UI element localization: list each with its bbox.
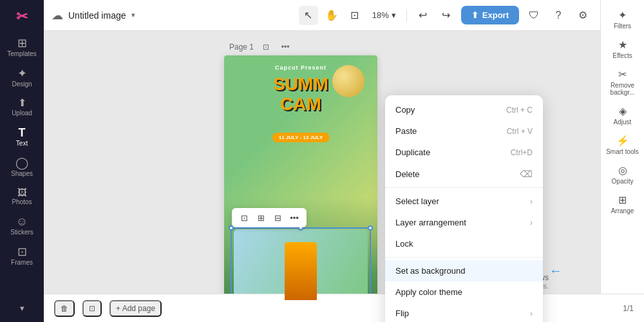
chevron-down-icon: ▾ (20, 303, 24, 313)
redo-button[interactable]: ↪ (437, 6, 456, 25)
sidebar-expand-button[interactable]: ▾ (3, 299, 41, 317)
menu-item-delete[interactable]: Delete ⌫ (385, 163, 543, 185)
menu-item-duplicate[interactable]: Duplicate Ctrl+D (385, 142, 543, 163)
topbar-left: ☁ Untitled image ▾ (52, 8, 294, 23)
menu-item-paste[interactable]: Paste Ctrl + V (385, 120, 543, 142)
text-icon: T (19, 127, 26, 138)
right-panel-remove-bg-label: Remove backgr... (606, 82, 639, 96)
right-panel-filters-label: Filters (614, 23, 631, 30)
hand-tool-button[interactable]: ✋ (322, 6, 341, 25)
context-menu: Copy Ctrl + C Paste Ctrl + V Duplicate C… (385, 95, 543, 322)
left-sidebar: ✂ ⊞ Templates ✦ Design ⬆ Upload T Text ◯… (0, 0, 44, 322)
zoom-control[interactable]: 18% ▾ (368, 8, 400, 23)
right-panel-opacity[interactable]: ◎ Opacity (603, 160, 642, 189)
help-button[interactable]: ? (549, 6, 568, 25)
select-tool-button[interactable]: ↖ (299, 6, 318, 25)
menu-item-select-layer[interactable]: Select layer › (385, 191, 543, 212)
sidebar-item-label: Design (12, 80, 32, 88)
export-upload-icon: ⬆ (471, 10, 478, 20)
canvas-frame[interactable]: Capcut Present SUMMCAM 11 JULY - 13 JULY (224, 55, 377, 322)
zoom-chevron-icon: ▾ (392, 10, 396, 20)
page-more-button[interactable]: ••• (278, 40, 292, 54)
toolbar-separator (406, 9, 407, 22)
menu-paste-shortcut: Ctrl + V (507, 127, 533, 136)
menu-item-lock[interactable]: Lock (385, 233, 543, 254)
title-chevron-icon[interactable]: ▾ (131, 11, 135, 19)
page-copy-icon-button[interactable]: ⊡ (259, 40, 273, 54)
sidebar-item-shapes[interactable]: ◯ Shapes (3, 153, 41, 181)
menu-copy-label: Copy (395, 105, 415, 115)
sidebar-item-label: Templates (7, 50, 37, 57)
sidebar-item-label: Frames (11, 259, 33, 266)
menu-item-copy[interactable]: Copy Ctrl + C (385, 99, 543, 120)
menu-lock-label: Lock (395, 239, 413, 249)
smart-tools-icon: ⚡ (616, 135, 629, 147)
right-panel: ✦ Filters ★ Effects ✂ Remove backgr... ◈… (600, 0, 644, 322)
sidebar-item-templates[interactable]: ⊞ Templates (3, 33, 41, 61)
right-panel-remove-bg[interactable]: ✂ Remove backgr... (603, 64, 642, 100)
person-graphic (285, 242, 317, 300)
right-panel-effects[interactable]: ★ Effects (603, 35, 642, 63)
filters-icon: ✦ (618, 9, 627, 21)
sidebar-item-text[interactable]: T Text (3, 123, 41, 151)
sidebar-item-stickers[interactable]: ☺ Stickers (3, 212, 41, 240)
templates-icon: ⊞ (17, 37, 27, 49)
sidebar-item-label: Shapes (11, 170, 33, 177)
copy-bottom-button[interactable]: ⊡ (82, 300, 102, 317)
right-panel-smart-tools[interactable]: ⚡ Smart tools (603, 131, 642, 159)
menu-set-background-label: Set as background (395, 266, 465, 276)
menu-delete-shortcut: ⌫ (520, 169, 533, 179)
right-panel-filters[interactable]: ✦ Filters (603, 5, 642, 33)
right-panel-arrange-label: Arrange (611, 207, 634, 214)
right-panel-adjust-label: Adjust (614, 118, 632, 126)
sidebar-item-frames[interactable]: ⊡ Frames (3, 242, 41, 270)
shield-button[interactable]: 🛡 (524, 6, 544, 25)
menu-layer-arrangement-label: Layer arrangement (395, 218, 466, 227)
sidebar-item-upload[interactable]: ⬆ Upload (3, 94, 41, 120)
copy-bottom-icon: ⊡ (89, 304, 95, 313)
menu-duplicate-label: Duplicate (395, 147, 430, 157)
canvas-image: Capcut Present SUMMCAM 11 JULY - 13 JULY (224, 55, 377, 322)
trash-icon: 🗑 (61, 304, 68, 313)
menu-arrow-icon: › (530, 197, 533, 206)
right-panel-effects-label: Effects (612, 52, 632, 59)
add-page-button[interactable]: + Add page (109, 300, 162, 317)
sidebar-item-design[interactable]: ✦ Design (3, 64, 41, 91)
effects-icon: ★ (618, 39, 627, 51)
add-page-label: + Add page (116, 304, 155, 313)
menu-item-layer-arrangement[interactable]: Layer arrangement › (385, 212, 543, 233)
sidebar-item-label: Text (16, 140, 28, 147)
cloud-icon: ☁ (52, 8, 63, 23)
sidebar-item-label: Upload (12, 109, 32, 117)
page-counter: 1/1 (623, 304, 634, 313)
photos-icon: 🖼 (17, 187, 27, 197)
right-panel-opacity-label: Opacity (612, 178, 634, 185)
app-logo[interactable]: ✂ (10, 5, 33, 28)
menu-paste-label: Paste (395, 126, 417, 136)
menu-item-flip[interactable]: Flip › (385, 303, 543, 322)
menu-flip-arrow-icon: › (530, 309, 533, 318)
shapes-icon: ◯ (15, 157, 28, 169)
menu-copy-shortcut: Ctrl + C (506, 106, 533, 115)
right-panel-smart-tools-label: Smart tools (606, 148, 639, 155)
sidebar-item-photos[interactable]: 🖼 Photos (3, 184, 41, 209)
main-area: ☁ Untitled image ▾ ↖ ✋ ⊡ 18% ▾ ↩ ↪ ⬆ Exp… (44, 0, 600, 322)
menu-item-set-background[interactable]: Set as background ← (385, 260, 543, 281)
trash-button[interactable]: 🗑 (54, 300, 75, 317)
zoom-value: 18% (372, 10, 389, 20)
right-panel-arrange[interactable]: ⊞ Arrange (603, 190, 642, 218)
page-label-text: Page 1 (229, 43, 254, 52)
right-panel-adjust[interactable]: ◈ Adjust (603, 101, 642, 129)
canvas-area[interactable]: Page 1 ⊡ ••• Capcut Present SUMMCAM 11 J… (44, 31, 600, 322)
opacity-icon: ◎ (618, 164, 627, 176)
layout-button[interactable]: ⊡ (345, 6, 365, 25)
document-title[interactable]: Untitled image (68, 10, 126, 21)
menu-flip-label: Flip (395, 308, 409, 318)
export-button[interactable]: ⬆ Export (461, 6, 519, 24)
arrange-icon: ⊞ (618, 194, 627, 206)
settings-button[interactable]: ⚙ (573, 6, 592, 25)
menu-item-apply-color[interactable]: Apply color theme (385, 281, 543, 303)
undo-button[interactable]: ↩ (413, 6, 433, 25)
stickers-icon: ☺ (16, 216, 28, 227)
topbar-tools: ↖ ✋ ⊡ 18% ▾ ↩ ↪ (299, 6, 456, 25)
